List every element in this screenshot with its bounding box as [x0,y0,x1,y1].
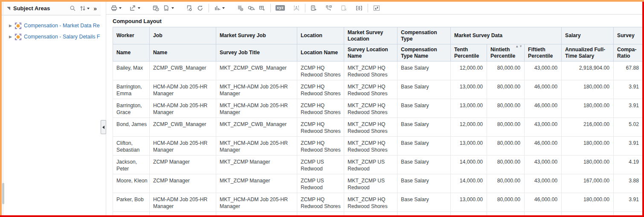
column-header-nintieth-percentile[interactable]: Nintieth Percentile ▲▼ [487,44,525,62]
cell-annualized: 2,918,904.00 [562,62,614,80]
column-header-tenth-percentile[interactable]: Tenth Percentile [451,44,487,62]
import-formatting-icon[interactable] [162,3,175,13]
column-header-fiftieth-percentile[interactable]: Fiftieth Percentile [525,44,562,62]
preview-footprints-icon[interactable] [371,3,382,13]
search-icon[interactable] [70,5,76,12]
cell-fiftieth: 43,000.00 [525,118,562,137]
cell-location: ZCMP HQ Redwood Shores [297,118,344,137]
cell-survey-location: MKT_ZCMP US Redwood [344,155,397,174]
expand-chevrons-icon[interactable]: » [93,5,96,12]
group-header-survey[interactable]: Survey [614,27,643,44]
schedule-icon[interactable] [151,3,161,13]
group-header-location[interactable]: Location [297,27,344,44]
cell-survey-location: MKT_ZCMP HQ Redwood Shores [344,137,397,155]
cell-compa-ratio: 3.91 [614,193,643,212]
cell-fiftieth: 46,000.00 [525,137,562,155]
subject-area-label[interactable]: Compensation - Salary Details F [24,34,101,40]
expand-arrow-icon[interactable]: ▶ [9,23,13,28]
table-row: Clifton, Sebastian HCM-ADM Job 205-HR Ma… [113,137,643,155]
merge-icon[interactable] [324,3,334,13]
rename-icon[interactable]: A [291,3,302,13]
cell-job: ZCMP_CWB_Manager [150,118,216,137]
cell-worker: Parker, Bob [113,193,150,212]
column-header-location-name[interactable]: Location Name [297,44,344,62]
sort-arrows-icon[interactable]: ▲▼ [515,44,523,48]
export-icon[interactable] [128,3,142,13]
printer-dropdown-arrow-icon[interactable] [119,7,122,9]
cell-survey-location: MKT_ZCMP HQ Redwood Shores [344,193,397,212]
frame-border-top [0,0,644,2]
group-header-market-survey-data[interactable]: Market Survey Data [451,27,562,44]
cell-job: HCM-ADM Job 205-HR Manager [150,137,216,155]
add-document-icon[interactable] [309,3,319,13]
cell-survey-location: MKT_ZCMP HQ Redwood Shores [344,118,397,137]
swap-layout-icon[interactable] [354,3,364,13]
cell-compa-ratio: 67.88 [614,62,643,80]
refresh-icon[interactable] [195,3,205,13]
cell-survey-job: MKT_ZCMP Manager [216,174,297,193]
cell-nintieth: 80,000.00 [487,118,525,137]
cell-job: ZCMP Manager [150,174,216,193]
import-formatting-dropdown-arrow-icon[interactable] [171,7,174,9]
cell-compa-ratio: 4.19 [614,155,643,174]
cell-worker: Barrington, Emma [113,80,150,99]
cell-tenth: 12,000.00 [451,118,487,137]
cell-tenth: 14,000.00 [451,174,487,193]
column-header-label: Nintieth Percentile [490,47,515,59]
group-header-job[interactable]: Job [150,27,216,44]
group-header-market-survey-job[interactable]: Market Survey Job [216,27,297,44]
cell-comp-type: Base Salary [397,118,451,137]
sort-icon[interactable] [80,5,90,12]
group-header-salary[interactable]: Salary [562,27,614,44]
cell-job: ZCMP Manager [150,155,216,174]
cell-tenth: 12,000.00 [451,62,487,80]
collapse-left-icon [102,126,104,129]
cell-survey-job: MKT_HCM-ADM Job 205-HR Manager [216,80,297,99]
printer-icon[interactable] [109,3,123,13]
cell-compa-ratio: 3.91 [614,80,643,99]
new-view-icon[interactable] [212,3,226,13]
sort-dropdown-arrow-icon[interactable] [87,8,90,9]
expand-arrow-icon[interactable]: ▶ [9,35,13,39]
compound-layout-title: Compound Layout [113,18,642,24]
column-header-survey-job-title[interactable]: Survey Job Title [216,44,297,62]
cell-survey-job: MKT_HCM-ADM Job 205-HR Manager [216,137,297,155]
column-header-annualized-salary[interactable]: Annualized Full-Time Salary [562,44,614,62]
cell-fiftieth: 46,000.00 [525,80,562,99]
cell-worker: Barrington, Grace [113,99,150,118]
new-calculated-item-icon[interactable] [246,3,256,13]
column-header-compensation-type-name[interactable]: Compensation Type Name [397,44,451,62]
cell-location: ZCMP HQ Redwood Shores [297,193,344,212]
export-dropdown-arrow-icon[interactable] [138,7,140,9]
new-group-icon[interactable] [235,3,245,13]
cell-survey-job: MKT_ZCMP Manager [216,155,297,174]
xyz-icon[interactable]: xyz [274,3,286,13]
group-header-worker[interactable]: Worker [113,27,150,44]
group-header-market-survey-location[interactable]: Market Survey Location [344,27,397,44]
column-header-survey-location-name[interactable]: Survey Location Name [344,44,397,62]
panel-splitter-handle[interactable] [101,120,106,134]
cell-worker: Bailey, Max [113,62,150,80]
remove-document-icon[interactable] [339,3,349,13]
table-row: Jackson, Peter ZCMP Manager MKT_ZCMP Man… [113,155,643,174]
column-header-row: Name Name Survey Job Title Location Name… [113,44,643,62]
new-view-dropdown-arrow-icon[interactable] [222,7,225,9]
column-header-worker-name[interactable]: Name [113,44,150,62]
cell-comp-type: Base Salary [397,193,451,212]
document-gear-icon[interactable] [185,3,194,13]
sidebar-item-salary-details[interactable]: ▶ Compensation - Salary Details F [2,31,101,42]
cell-tenth: 13,000.00 [451,137,487,155]
new-measure-icon[interactable] [257,3,267,13]
xyz-badge: xyz [276,5,285,11]
group-header-compensation-type[interactable]: Compensation Type [397,27,451,44]
subject-area-label[interactable]: Compensation - Market Data Re [24,23,101,29]
collapse-triangle-icon[interactable] [7,7,10,10]
column-header-compa-ratio[interactable]: Compa-Ratio [614,44,643,62]
cell-job: HCM-ADM Job 205-HR Manager [150,80,216,99]
sidebar-item-market-data[interactable]: ▶ Compensation - Market Data Re [2,20,101,31]
cell-tenth: 13,000.00 [451,80,487,99]
cell-location: ZCMP HQ Redwood Shores [297,137,344,155]
cell-location: ZCMP HQ Redwood Shores [297,80,344,99]
column-header-job-name[interactable]: Name [150,44,216,62]
sidebar-scrollbar-thumb[interactable] [2,183,4,204]
